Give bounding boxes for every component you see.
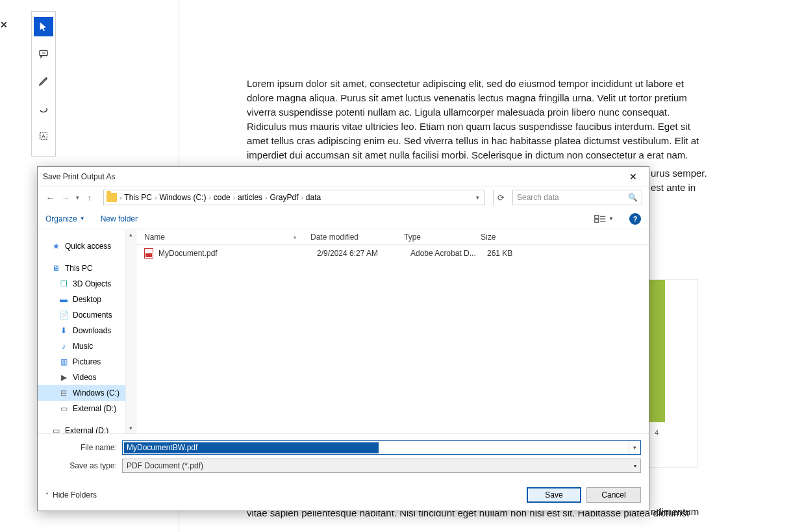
filename-history-dropdown[interactable]: ▾	[629, 441, 640, 454]
svg-text:A: A	[42, 133, 45, 139]
path-breadcrumb[interactable]: › This PC› Windows (C:)› code› articles›…	[103, 190, 485, 205]
chart-x-tick: 4	[655, 429, 659, 437]
new-folder-button[interactable]: New folder	[101, 214, 138, 223]
file-date: 2/9/2024 6:27 AM	[309, 249, 403, 258]
pdf-file-icon	[144, 248, 153, 259]
breadcrumb-seg[interactable]: GrayPdf	[270, 193, 298, 202]
nav-pictures[interactable]: ▥Pictures	[38, 354, 136, 370]
file-type: Adobe Acrobat D...	[403, 249, 479, 258]
cancel-button[interactable]: Cancel	[586, 487, 641, 503]
cursor-tool[interactable]	[34, 17, 53, 36]
folder-icon	[107, 193, 117, 202]
close-icon[interactable]: ✕	[0, 19, 8, 30]
nav-pane: ★Quick access 🖥This PC ❒3D Objects ▬Desk…	[38, 229, 136, 433]
refresh-button[interactable]: ⟳	[493, 190, 509, 205]
nav-downloads[interactable]: ⬇Downloads	[38, 323, 136, 338]
document-cut-text-1: urus semper.	[651, 168, 707, 179]
breadcrumb-seg[interactable]: This PC	[124, 193, 152, 202]
view-mode-dropdown[interactable]: ▼	[594, 214, 614, 223]
nav-forward-button[interactable]: →	[60, 192, 71, 203]
nav-desktop[interactable]: ▬Desktop	[38, 292, 136, 307]
help-button[interactable]: ?	[629, 213, 641, 225]
nav-external-d[interactable]: ▭External (D:)	[38, 401, 136, 416]
nav-up-button[interactable]: ↑	[84, 192, 95, 203]
nav-history-dropdown[interactable]: ▾	[76, 194, 79, 201]
nav-quick-access[interactable]: ★Quick access	[38, 238, 136, 254]
chart-frame-stub	[649, 279, 698, 468]
filename-input-wrap[interactable]: ▾	[122, 440, 641, 455]
nav-3d-objects[interactable]: ❒3D Objects	[38, 276, 136, 292]
save-as-dialog: Save Print Output As ✕ ← → ▾ ↑ › This PC…	[37, 166, 649, 511]
file-pane: Name▴ Date modified Type Size MyDocument…	[136, 229, 649, 433]
dialog-navbar: ← → ▾ ↑ › This PC› Windows (C:)› code› a…	[38, 186, 649, 209]
file-name: MyDocument.pdf	[158, 249, 309, 258]
hide-folders-toggle[interactable]: ˄Hide Folders	[45, 490, 97, 500]
search-input[interactable]: Search data 🔍	[512, 190, 642, 205]
document-body: Lorem ipsum dolor sit amet, consectetur …	[247, 77, 707, 162]
dialog-close-button[interactable]: ✕	[623, 170, 644, 184]
text-select-tool[interactable]: A	[34, 126, 53, 146]
document-cut-text-2: est ante in	[651, 182, 696, 193]
document-paragraph: Lorem ipsum dolor sit amet, consectetur …	[247, 78, 699, 160]
save-button[interactable]: Save	[527, 487, 581, 503]
nav-scrollbar[interactable]: ▴▾	[125, 229, 136, 433]
dialog-commandbar: Organize ▼ New folder ▼ ?	[38, 209, 649, 229]
nav-external-d-root[interactable]: ▭External (D:)	[38, 423, 136, 433]
comment-tool[interactable]	[34, 44, 53, 64]
savetype-label: Save as type:	[45, 461, 122, 470]
pencil-tool[interactable]	[34, 71, 53, 91]
search-icon: 🔍	[628, 193, 638, 202]
erase-tool[interactable]	[34, 99, 53, 118]
breadcrumb-seg[interactable]: code	[214, 193, 231, 202]
column-headers[interactable]: Name▴ Date modified Type Size	[136, 229, 649, 245]
filename-input[interactable]	[124, 442, 379, 453]
dialog-footer: File name: ▾ Save as type: PDF Document …	[38, 433, 649, 511]
breadcrumb-seg[interactable]: data	[306, 193, 321, 202]
breadcrumb-seg[interactable]: Windows (C:)	[159, 193, 206, 202]
breadcrumb-seg[interactable]: articles	[238, 193, 262, 202]
dialog-titlebar[interactable]: Save Print Output As ✕	[38, 167, 649, 186]
nav-windows-c[interactable]: ⊟Windows (C:)	[38, 385, 136, 401]
organize-menu[interactable]: Organize ▼	[45, 214, 85, 223]
svg-rect-4	[595, 215, 599, 218]
dialog-title: Save Print Output As	[43, 172, 115, 181]
nav-documents[interactable]: 📄Documents	[38, 307, 136, 323]
nav-videos[interactable]: ▶Videos	[38, 370, 136, 385]
nav-this-pc[interactable]: 🖥This PC	[38, 260, 136, 276]
nav-back-button[interactable]: ←	[44, 192, 56, 203]
nav-music[interactable]: ♪Music	[38, 338, 136, 354]
annotation-toolbar: A	[31, 11, 56, 157]
search-placeholder: Search data	[517, 193, 559, 202]
svg-rect-5	[595, 219, 599, 222]
filename-label: File name:	[45, 443, 122, 452]
file-size: 261 KB	[479, 249, 544, 258]
file-row[interactable]: MyDocument.pdf 2/9/2024 6:27 AM Adobe Ac…	[136, 245, 649, 262]
savetype-select[interactable]: PDF Document (*.pdf) ▾	[122, 459, 641, 473]
